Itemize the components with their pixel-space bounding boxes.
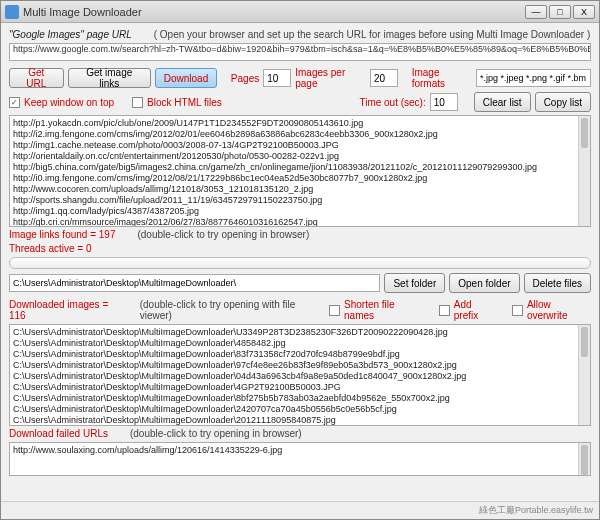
scrollbar[interactable] (578, 443, 590, 475)
maximize-button[interactable]: □ (549, 5, 571, 19)
list-item[interactable]: C:\Users\Administrator\Desktop\MultiImag… (13, 360, 587, 371)
list-item[interactable]: C:\Users\Administrator\Desktop\MultiImag… (13, 327, 587, 338)
list-item[interactable]: http://www.soulaxing.com/uploads/allimg/… (13, 445, 587, 456)
clear-list-button[interactable]: Clear list (474, 92, 531, 112)
scrollbar[interactable] (578, 325, 590, 425)
copy-list-button[interactable]: Copy list (535, 92, 591, 112)
list-item[interactable]: http://img1.qq.com/lady/pics/4387/438720… (13, 206, 587, 217)
block-html-checkbox[interactable] (132, 97, 143, 108)
images-per-page-label: Images per page (295, 67, 366, 89)
downloaded-list[interactable]: C:\Users\Administrator\Desktop\MultiImag… (9, 324, 591, 426)
image-formats-input[interactable] (476, 69, 591, 87)
list-item[interactable]: http://i0.img.fengone.com/cms/img/2012/0… (13, 173, 587, 184)
list-item[interactable]: http://sports.shangdu.com/file/upload/20… (13, 195, 587, 206)
get-image-links-button[interactable]: Get image links (68, 68, 151, 88)
list-item[interactable]: http://i2.img.fengone.com/cms/img/2012/0… (13, 129, 587, 140)
close-button[interactable]: X (573, 5, 595, 19)
open-folder-button[interactable]: Open folder (449, 273, 519, 293)
scrollbar[interactable] (578, 116, 590, 226)
downloaded-label: Downloaded images = 116 (9, 299, 122, 321)
prefix-checkbox[interactable] (439, 305, 450, 316)
image-links-list[interactable]: http://p1.yokacdn.com/pic/club/one/2009/… (9, 115, 591, 227)
links-found-label: Image links found = 197 (9, 229, 115, 240)
window-title: Multi Image Downloader (23, 6, 525, 18)
overwrite-label: Allow overwrite (527, 299, 591, 321)
keep-on-top-checkbox[interactable] (9, 97, 20, 108)
list-item[interactable]: http://img1.cache.netease.com/photo/0003… (13, 140, 587, 151)
url-hint: ( Open your browser and set up the searc… (154, 29, 591, 40)
get-url-button[interactable]: Get URL (9, 68, 64, 88)
titlebar[interactable]: Multi Image Downloader — □ X (1, 1, 599, 23)
url-label: "Google Images" page URL (9, 29, 132, 40)
images-per-page-input[interactable] (370, 69, 398, 87)
progress-bar (9, 257, 591, 269)
content-area: "Google Images" page URL ( Open your bro… (1, 23, 599, 501)
delete-files-button[interactable]: Delete files (524, 273, 591, 293)
timeout-label: Time out (sec): (359, 97, 425, 108)
failed-list[interactable]: http://www.soulaxing.com/uploads/allimg/… (9, 442, 591, 476)
list-item[interactable]: C:\Users\Administrator\Desktop\MultiImag… (13, 382, 587, 393)
list-item[interactable]: http://big5.china.com/gate/big5/images2.… (13, 162, 587, 173)
list-item[interactable]: C:\Users\Administrator\Desktop\MultiImag… (13, 404, 587, 415)
folder-path-input[interactable] (9, 274, 380, 292)
pages-label: Pages (231, 73, 259, 84)
footer: 綠色工廠Portable.easylife.tw (1, 501, 599, 519)
search-url-input[interactable]: https://www.google.com.tw/search?hl=zh-T… (9, 43, 591, 61)
list-item[interactable]: http://www.cocoren.com/uploads/allimg/12… (13, 184, 587, 195)
footer-credit: 綠色工廠Portable.easylife.tw (479, 504, 593, 517)
pages-input[interactable] (263, 69, 291, 87)
set-folder-button[interactable]: Set folder (384, 273, 445, 293)
failed-hint: (double-click to try opening in browser) (130, 428, 302, 439)
minimize-button[interactable]: — (525, 5, 547, 19)
list-item[interactable]: C:\Users\Administrator\Desktop\MultiImag… (13, 371, 587, 382)
list-item[interactable]: http://orientaldaily.on.cc/cnt/entertain… (13, 151, 587, 162)
overwrite-checkbox[interactable] (512, 305, 523, 316)
list-item[interactable]: C:\Users\Administrator\Desktop\MultiImag… (13, 415, 587, 426)
list-item[interactable]: http://gb.cri.cn/mmsource/images/2012/06… (13, 217, 587, 227)
block-html-label: Block HTML files (147, 97, 222, 108)
failed-label: Download failed URLs (9, 428, 108, 439)
image-formats-label: Image formats (412, 67, 472, 89)
list-item[interactable]: http://p1.yokacdn.com/pic/club/one/2009/… (13, 118, 587, 129)
keep-on-top-label: Keep window on top (24, 97, 114, 108)
app-icon (5, 5, 19, 19)
download-button[interactable]: Download (155, 68, 217, 88)
list-item[interactable]: C:\Users\Administrator\Desktop\MultiImag… (13, 349, 587, 360)
threads-label: Threads active = 0 (9, 243, 92, 254)
list-item[interactable]: C:\Users\Administrator\Desktop\MultiImag… (13, 338, 587, 349)
app-window: Multi Image Downloader — □ X "Google Ima… (0, 0, 600, 520)
links-hint: (double-click to try opening in browser) (137, 229, 309, 240)
list-item[interactable]: C:\Users\Administrator\Desktop\MultiImag… (13, 393, 587, 404)
timeout-input[interactable] (430, 93, 458, 111)
downloaded-hint: (double-click to try opening with file v… (140, 299, 322, 321)
shorten-checkbox[interactable] (329, 305, 340, 316)
prefix-label: Add prefix (454, 299, 497, 321)
shorten-label: Shorten file names (344, 299, 424, 321)
